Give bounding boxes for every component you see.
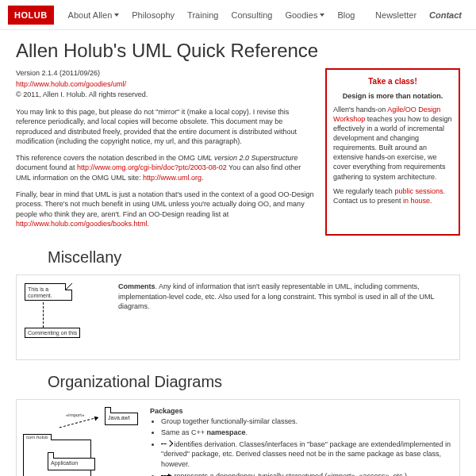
meta-block: Version 2.1.4 (2011/09/26) http://www.ho… (16, 68, 316, 101)
public-sessions-link[interactable]: public sessions (394, 187, 443, 195)
intro-para-2: This reference covers the notation descr… (16, 153, 316, 183)
comments-title: Comments (118, 282, 155, 290)
intro-text-col: Version 2.1.4 (2011/09/26) http://www.ho… (16, 68, 316, 236)
intro-row: Version 2.1.4 (2011/09/26) http://www.ho… (16, 68, 460, 236)
packages-bullet-list: Group together functionally-similar clas… (150, 416, 453, 476)
books-link[interactable]: http://www.holub.com/goodies/books.html (16, 220, 148, 228)
pkg-com-holub: com.holub Application tools Oracle Datab… (23, 440, 91, 476)
import-stereotype-label: «import» (66, 413, 84, 417)
chevron-down-icon (114, 13, 119, 17)
pkg-application: Application (48, 458, 95, 470)
b4-text: represents a dependency, typically stere… (172, 472, 409, 476)
bullet-4: represents a dependency, typically stere… (161, 471, 453, 476)
b3-text: identifies derivation. Classes/interface… (161, 440, 451, 468)
bullet-3: identifies derivation. Classes/interface… (161, 440, 453, 470)
uml-note-icon: This is a comment. (25, 283, 72, 301)
omg-site-link[interactable]: http://www.uml.org (143, 174, 202, 182)
intro-para-3: Finally, bear in mind that UML is just a… (16, 190, 316, 229)
aside-b2-pre: We regularly teach (333, 187, 394, 195)
navbar: HOLUB About Allen Philosophy Training Co… (0, 0, 476, 30)
aside-b1-pre: Allen's hands-on (333, 106, 387, 113)
aside-header: Take a class! (333, 76, 452, 87)
nav-about-label: About Allen (68, 10, 113, 20)
nav-links: About Allen Philosophy Training Consulti… (62, 10, 369, 20)
nav-newsletter[interactable]: Newsletter (369, 10, 423, 20)
b2-end: . (246, 428, 248, 436)
packages-text-cell: Packages Group together functionally-sim… (142, 406, 453, 476)
pkg-java-awt-label: Java.awt (108, 415, 130, 420)
nav-training[interactable]: Training (181, 10, 225, 20)
nav-right: Newsletter Contact (369, 10, 468, 20)
brand-logo[interactable]: HOLUB (8, 6, 54, 25)
main-container: Allen Holub's UML Quick Reference Versio… (16, 30, 460, 476)
aside-subheader: Design is more than notation. (333, 91, 452, 101)
nav-consulting[interactable]: Consulting (225, 10, 278, 20)
p2-pre: This reference covers the notation descr… (16, 154, 198, 162)
import-arrow-icon (60, 417, 98, 428)
bullet-1: Group together functionally-similar clas… (161, 416, 453, 427)
page-title: Allen Holub's UML Quick Reference (16, 40, 460, 62)
dashed-connector (43, 302, 44, 328)
nav-philosophy[interactable]: Philosophy (125, 10, 181, 20)
pkg-tab-icon (48, 452, 54, 459)
packages-diagram-cell: Java.awt «import» com.holub Application … (23, 406, 142, 476)
copyright-line: © 2011, Allen I. Holub. All rights reser… (16, 90, 148, 98)
nav-blog[interactable]: Blog (331, 10, 361, 20)
section-misc-heading: Miscellany (48, 248, 460, 267)
comments-diagram-cell: This is a comment. Commenting on this (23, 282, 110, 353)
p3-end: . (148, 220, 150, 228)
aside-b1-post: teaches you how to design effectively in… (333, 115, 451, 181)
version-line: Version 2.1.4 (2011/09/26) (16, 69, 100, 77)
section-org-heading: Organizational Diagrams (48, 373, 460, 391)
generalization-arrow-icon (161, 442, 172, 447)
comments-text-cell: Comments. Any kind of information that i… (110, 282, 453, 353)
intro-para-1: You may link to this page, but please do… (16, 107, 316, 147)
pkg-java-awt: Java.awt (105, 413, 138, 425)
chevron-down-icon (320, 13, 324, 17)
nav-goodies-label: Goodies (285, 10, 317, 20)
b2-bold: namespace (207, 428, 246, 436)
page-url-link[interactable]: http://www.holub.com/goodies/uml/ (16, 80, 126, 88)
packages-row: Java.awt «import» com.holub Application … (16, 399, 460, 476)
aside-body-1: Allen's hands-on Agile/OO Design Worksho… (333, 105, 452, 182)
in-house-link[interactable]: in house (403, 197, 430, 205)
p2-em: UML version 2.0 Superstructure (198, 154, 298, 162)
p3-pre: Finally, bear in mind that UML is just a… (16, 190, 313, 218)
omg-doc-link[interactable]: http://www.omg.org/cgi-bin/doc?ptc/2003-… (77, 163, 227, 171)
pkg-application-label: Application (51, 460, 78, 466)
comments-row: This is a comment. Commenting on this Co… (16, 274, 460, 360)
comments-desc: . Any kind of information that isn't eas… (118, 282, 434, 310)
nav-about[interactable]: About Allen (62, 10, 126, 20)
nav-goodies[interactable]: Goodies (278, 10, 331, 20)
aside-b2-end: . (430, 197, 432, 205)
aside-box: Take a class! Design is more than notati… (325, 68, 460, 236)
pkg-tab-icon: com.holub (23, 434, 52, 440)
nav-contact[interactable]: Contact (423, 10, 468, 20)
p2-mid: document found at (16, 163, 77, 171)
comments-diagram: This is a comment. Commenting on this (23, 282, 102, 353)
p2-end: . (202, 174, 204, 182)
bullet-2: Same as C++ namespace. (161, 428, 453, 438)
packages-title: Packages (150, 406, 453, 416)
b2-pre: Same as C++ (161, 428, 207, 436)
pkg-tab-icon (105, 407, 111, 413)
target-element-box: Commenting on this (25, 328, 80, 338)
packages-diagram: Java.awt «import» com.holub Application … (23, 406, 138, 476)
aside-body-2: We regularly teach public sessions. Cont… (333, 186, 452, 205)
